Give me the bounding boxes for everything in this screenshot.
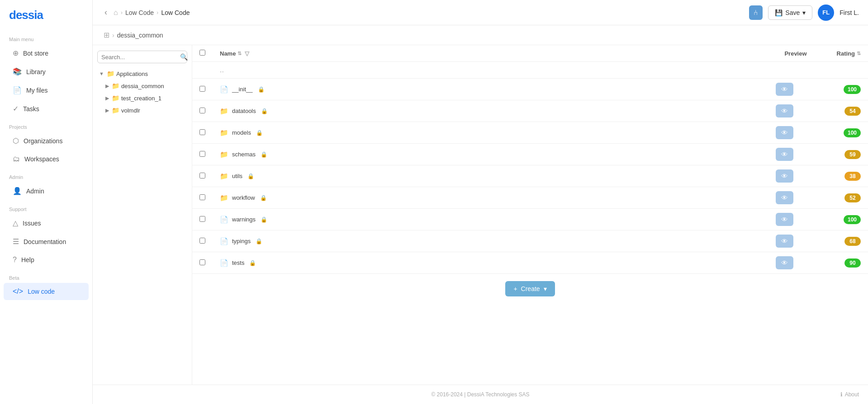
tree-item-applications[interactable]: ▼ 📁 Applications	[95, 68, 190, 80]
preview-cell: 👁	[768, 144, 823, 165]
create-button[interactable]: + Create ▾	[505, 281, 555, 296]
sidebar-item-label: Workspaces	[24, 155, 59, 163]
sidebar-item-documentation[interactable]: ☰ Documentation	[4, 233, 89, 250]
preview-button[interactable]: 👁	[776, 83, 793, 96]
breadcrumb-sep-1: ›	[121, 9, 123, 16]
content-header-sep: ›	[112, 32, 114, 39]
file-name-cell: 📁workflow🔒	[213, 187, 768, 209]
th-name-label: Name	[220, 50, 236, 57]
file-name[interactable]: datatools	[232, 108, 256, 114]
preview-button[interactable]: 👁	[776, 191, 793, 204]
save-dropdown-icon: ▾	[802, 9, 806, 16]
preview-button[interactable]: 👁	[776, 256, 793, 269]
folder-icon: 📁	[220, 172, 228, 180]
sidebar-item-low-code[interactable]: </> Low code	[4, 283, 89, 300]
content-header-icon: ⊞	[104, 31, 109, 39]
sidebar-item-issues[interactable]: △ Issues	[4, 214, 89, 232]
footer: © 2016-2024 | DessiA Technologies SAS ℹ …	[93, 385, 868, 404]
tree-search-box[interactable]: 🔍	[97, 51, 187, 63]
rating-badge: 54	[844, 107, 861, 116]
row-checkbox[interactable]	[199, 108, 205, 113]
content-header-breadcrumb: ⊞ › dessia_common	[104, 31, 857, 39]
select-all-checkbox[interactable]	[199, 50, 205, 56]
avatar[interactable]: FL	[818, 5, 834, 21]
breadcrumb-item-1[interactable]: Low Code	[125, 9, 154, 16]
file-name-cell: 📁utils🔒	[213, 165, 768, 187]
sidebar-item-tasks[interactable]: ✓ Tasks	[4, 100, 89, 117]
sidebar-item-label: Library	[26, 68, 46, 75]
sidebar-item-bot-store[interactable]: ⊕ Bot store	[4, 44, 89, 62]
row-checkbox[interactable]	[199, 86, 205, 92]
folder-icon: 📁	[220, 194, 228, 202]
folder-icon: 📁	[107, 70, 114, 77]
sidebar-item-library[interactable]: 📚 Library	[4, 63, 89, 80]
row-checkbox[interactable]	[199, 129, 205, 135]
sidebar-item-organizations[interactable]: ⬡ Organizations	[4, 132, 89, 150]
row-checkbox[interactable]	[199, 259, 205, 265]
row-checkbox[interactable]	[199, 173, 205, 179]
admin-icon: 👤	[13, 187, 22, 195]
file-name[interactable]: workflow	[232, 194, 255, 201]
file-name[interactable]: warnings	[232, 216, 256, 223]
user-name: First L.	[840, 9, 859, 16]
rating-badge: 100	[844, 85, 861, 94]
sidebar-item-help[interactable]: ? Help	[4, 251, 89, 268]
sidebar: dessia Main menu ⊕ Bot store 📚 Library 📄…	[0, 0, 93, 404]
preview-button[interactable]: 👁	[776, 104, 793, 117]
preview-button[interactable]: 👁	[776, 235, 793, 248]
preview-cell: 👁	[768, 79, 823, 100]
tree-item-label: volmdlr	[121, 107, 140, 114]
row-checkbox[interactable]	[199, 238, 205, 244]
preview-button[interactable]: 👁	[776, 213, 793, 226]
rating-cell: 90	[823, 252, 868, 274]
breadcrumb-home-icon[interactable]: ⌂	[114, 9, 118, 17]
preview-cell: 👁	[768, 209, 823, 230]
preview-button[interactable]: 👁	[776, 126, 793, 139]
preview-button[interactable]: 👁	[776, 148, 793, 161]
rating-cell: 68	[823, 230, 868, 252]
file-name-cell: 📄warnings🔒	[213, 209, 768, 230]
branch-button[interactable]: ⑃	[749, 5, 763, 20]
breadcrumb-sep-2: ›	[157, 9, 158, 16]
file-icon: 📄	[220, 259, 228, 267]
lock-icon: 🔒	[261, 216, 267, 223]
save-label: Save	[785, 9, 800, 16]
back-button[interactable]: ‹	[102, 6, 110, 19]
rating-badge: 59	[844, 150, 861, 159]
preview-button[interactable]: 👁	[776, 169, 793, 183]
tree-item-label: Applications	[116, 70, 148, 77]
file-name[interactable]: utils	[232, 173, 242, 179]
footer-about-link[interactable]: ℹ About	[840, 391, 859, 398]
file-name[interactable]: tests	[232, 259, 244, 266]
row-checkbox[interactable]	[199, 216, 205, 222]
tree-item-volmdlr[interactable]: ▶ 📁 volmdlr	[95, 104, 190, 116]
rating-sort-button[interactable]: Rating ⇅	[837, 50, 861, 57]
tree-item-test-creation-1[interactable]: ▶ 📁 test_creation_1	[95, 92, 190, 104]
sidebar-item-my-files[interactable]: 📄 My files	[4, 81, 89, 99]
rating-cell: 52	[823, 187, 868, 209]
about-label: About	[845, 391, 859, 398]
filter-icon[interactable]: ▽	[245, 50, 249, 57]
table-row: 📁models🔒👁100	[192, 122, 868, 144]
sidebar-item-workspaces[interactable]: 🗂 Workspaces	[4, 150, 89, 168]
sidebar-item-admin[interactable]: 👤 Admin	[4, 182, 89, 200]
save-button[interactable]: 💾 Save ▾	[768, 5, 812, 20]
file-name[interactable]: models	[232, 129, 251, 136]
row-checkbox[interactable]	[199, 194, 205, 200]
row-checkbox[interactable]	[199, 151, 205, 157]
file-name-cell: ..	[213, 62, 768, 79]
section-beta: Beta	[0, 269, 92, 282]
parent-dir[interactable]: ..	[220, 66, 224, 74]
search-input[interactable]	[101, 54, 177, 61]
rating-badge: 38	[844, 172, 861, 181]
name-sort-button[interactable]: Name ⇅ ▽	[220, 50, 249, 57]
table-row: 📄typings🔒👁68	[192, 230, 868, 252]
sidebar-item-label: Documentation	[24, 238, 66, 245]
file-name[interactable]: typings	[232, 238, 251, 244]
tree-item-dessia-common[interactable]: ▶ 📁 dessia_common	[95, 80, 190, 92]
sidebar-item-label: Issues	[23, 220, 41, 227]
file-table-area: Name ⇅ ▽ Preview Rating ⇅	[192, 45, 868, 385]
file-name-cell: 📁schemas🔒	[213, 144, 768, 165]
file-name[interactable]: __init__	[232, 86, 253, 93]
file-name[interactable]: schemas	[232, 151, 256, 158]
